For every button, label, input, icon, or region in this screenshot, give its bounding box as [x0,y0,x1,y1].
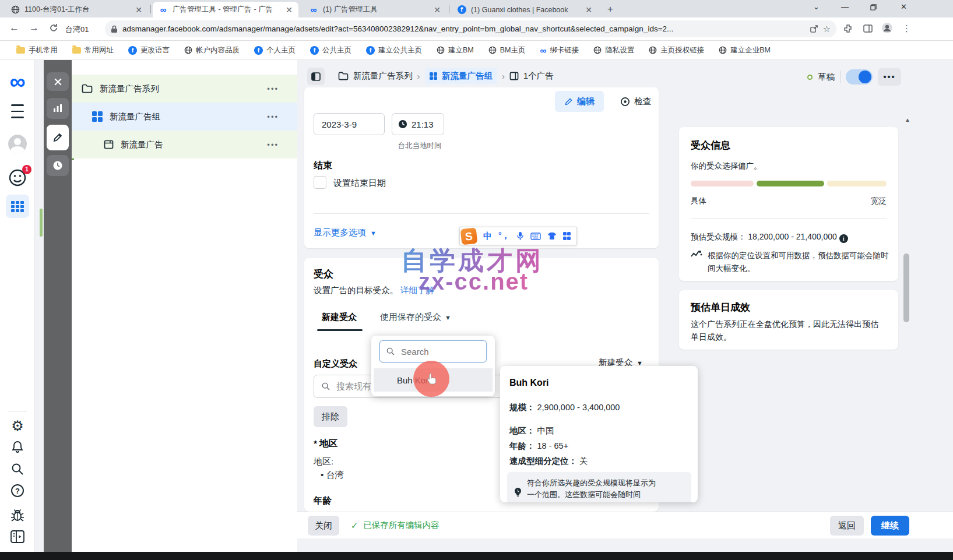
edit-tab-button[interactable]: 编辑 [555,91,604,112]
meta-logo-icon[interactable]: ∞ [0,71,35,93]
forward-icon[interactable]: → [29,22,39,34]
facebook-favicon-icon: f [457,5,466,15]
side-panel-icon[interactable] [863,24,873,36]
tab-new-audience-active[interactable]: 新建受众 [322,312,357,323]
url-input[interactable]: adsmanager.facebook.com/adsmanager/manag… [105,20,836,37]
browser-avatar[interactable] [881,22,893,36]
bookmark-item[interactable]: 建立BM [437,45,474,55]
tree-item-adset-selected[interactable]: 新流量广告组 ••• [72,103,297,131]
toggle-sidebar-button[interactable] [307,68,325,85]
window-restore-icon[interactable] [870,3,877,12]
gauge-segment-specific [691,181,754,186]
skin-shirt-icon[interactable] [547,232,557,240]
share-icon[interactable] [810,24,818,33]
rail-item-ads-manager-active[interactable] [0,195,35,218]
sogou-logo-icon[interactable]: S [460,227,478,245]
dropdown-search-field[interactable] [379,340,487,362]
scrollbar-thumb[interactable] [903,253,909,322]
footer-bar: 关闭 ✓ 已保存所有编辑内容 返回 继续 [297,512,953,538]
microphone-icon[interactable] [516,231,524,241]
dropdown-search-input[interactable] [400,346,476,357]
bookmark-item[interactable]: 常用网址 [72,45,114,55]
inspect-tab-button[interactable]: 检查 [614,91,657,112]
browser-tab-4[interactable]: f (1) Guanxi clothes | Facebook ✕ [451,2,598,17]
help-icon[interactable]: ? [0,484,35,497]
tab-close-icon[interactable]: ✕ [434,5,441,15]
browser-tab-2-active[interactable]: ∞ 广告管理工具 - 管理广告 - 广告 ✕ [153,2,298,17]
browser-profile-label[interactable]: 台湾01 [65,24,89,35]
close-editor-button[interactable] [47,72,69,91]
browser-tab-strip: 1100-台湾01-工作台 ✕ ∞ 广告管理工具 - 管理广告 - 广告 ✕ ∞… [0,0,953,17]
tab-close-icon[interactable]: ✕ [135,5,142,15]
performance-chart-button[interactable] [47,98,69,119]
tab-close-icon[interactable]: ✕ [585,5,592,15]
start-date-input[interactable]: 2023-3-9 [314,113,385,135]
breadcrumb-ad[interactable]: 1个广告 [523,71,554,82]
start-time-input[interactable]: 21:13 [392,113,444,135]
menu-hamburger-icon[interactable] [0,102,35,121]
info-icon[interactable]: i [839,234,848,243]
close-button[interactable]: 关闭 [308,516,339,536]
bug-report-icon[interactable] [0,508,35,523]
bookmark-item[interactable]: f更改语言 [128,45,170,55]
breadcrumb-campaign[interactable]: 新流量广告系列 [353,71,413,82]
ime-chinese-mode[interactable]: 中 [483,231,492,242]
history-clock-button[interactable] [47,155,69,176]
ime-menu-grid-icon[interactable] [563,232,571,240]
reload-icon[interactable] [49,23,58,36]
notifications-smiley-icon[interactable]: 1 [0,168,35,189]
meta-favicon-icon: ∞ [309,5,318,15]
popup-tip: 符合你所选兴趣的受众规模现将显示为一个范围。这些数据可能会随时间 [507,472,691,502]
row-menu-dots-icon[interactable]: ••• [267,84,279,93]
back-button[interactable]: 返回 [830,516,864,536]
bookmark-item[interactable]: f建立公共主页 [366,45,422,55]
bookmark-star-icon[interactable]: ☆ [823,24,831,34]
edit-pencil-button-active[interactable] [47,125,69,150]
punctuation-icon[interactable]: °， [498,231,510,241]
lock-icon [111,25,118,33]
daily-results-title: 预估单日成效 [691,301,750,314]
account-avatar[interactable] [0,135,35,153]
breadcrumb-adset-selected[interactable]: 新流量广告组 [425,68,498,84]
bookmark-item[interactable]: 帐户内容品质 [184,45,240,55]
back-icon[interactable]: ← [9,22,19,34]
bookmark-item[interactable]: 手机常用 [16,45,58,55]
adset-grid-icon [430,72,438,80]
divider [840,71,841,83]
end-date-checkbox[interactable] [314,176,326,189]
window-close-icon[interactable]: ✕ [901,2,907,11]
bookmark-item[interactable]: 主页授权链接 [649,45,704,55]
extensions-puzzle-icon[interactable] [843,24,853,36]
browser-tab-3[interactable]: ∞ (1) 广告管理工具 ✕ [303,2,446,17]
daily-results-body: 这个广告系列正在全盘优化预算，因此无法得出预估单日成效。 [691,318,885,343]
more-options-dots-button[interactable]: ••• [878,68,901,86]
bookmark-item[interactable]: f个人主页 [254,45,296,55]
bookmark-item[interactable]: 建立企业BM [719,45,771,55]
continue-button[interactable]: 继续 [871,516,909,536]
bookmark-item[interactable]: 隐私设置 [593,45,634,55]
row-menu-dots-icon[interactable]: ••• [267,112,279,121]
scrollbar-up-icon[interactable]: ▲ [905,117,910,123]
tree-item-campaign[interactable]: 新流量广告系列 ••• [72,75,297,103]
bookmark-item[interactable]: BM主页 [488,45,526,55]
bookmark-item[interactable]: f公共主页 [310,45,351,55]
bookmark-item[interactable]: ∞绑卡链接 [540,45,579,55]
notifications-bell-icon[interactable] [0,440,35,454]
tree-item-ad[interactable]: 新流量广告 ••• [72,131,297,159]
browser-tab-1[interactable]: 1100-台湾01-工作台 ✕ [5,2,148,17]
window-minimize-icon[interactable]: — [841,2,849,11]
settings-gear-icon[interactable]: ⚙ [0,418,35,434]
region-label: 地区: [314,456,333,467]
window-menu-icon[interactable]: ⌄ [813,2,820,11]
exclude-button[interactable]: 排除 [314,406,347,427]
new-tab-button[interactable]: + [607,3,613,15]
collapse-panel-icon[interactable] [0,530,35,544]
row-menu-dots-icon[interactable]: ••• [267,140,279,149]
browser-menu-dots-icon[interactable]: ⋮ [902,23,911,34]
tab-close-icon[interactable]: ✕ [286,5,293,15]
keyboard-icon[interactable] [530,233,541,240]
show-more-options-link[interactable]: 显示更多选项 ▼ [314,227,377,238]
adset-active-toggle[interactable] [846,69,873,84]
search-icon[interactable] [0,462,35,476]
tab-saved-audience[interactable]: 使用保存的受众▼ [380,312,451,323]
